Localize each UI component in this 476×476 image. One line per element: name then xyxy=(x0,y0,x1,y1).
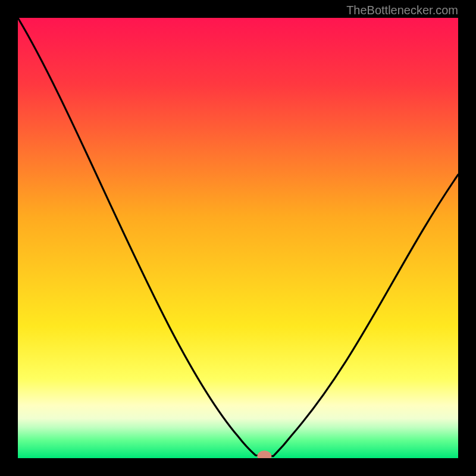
chart-background xyxy=(18,18,458,458)
bottleneck-chart xyxy=(18,18,458,458)
chart-container: TheBottlenecker.com xyxy=(0,0,476,476)
attribution-text: TheBottlenecker.com xyxy=(346,4,458,17)
